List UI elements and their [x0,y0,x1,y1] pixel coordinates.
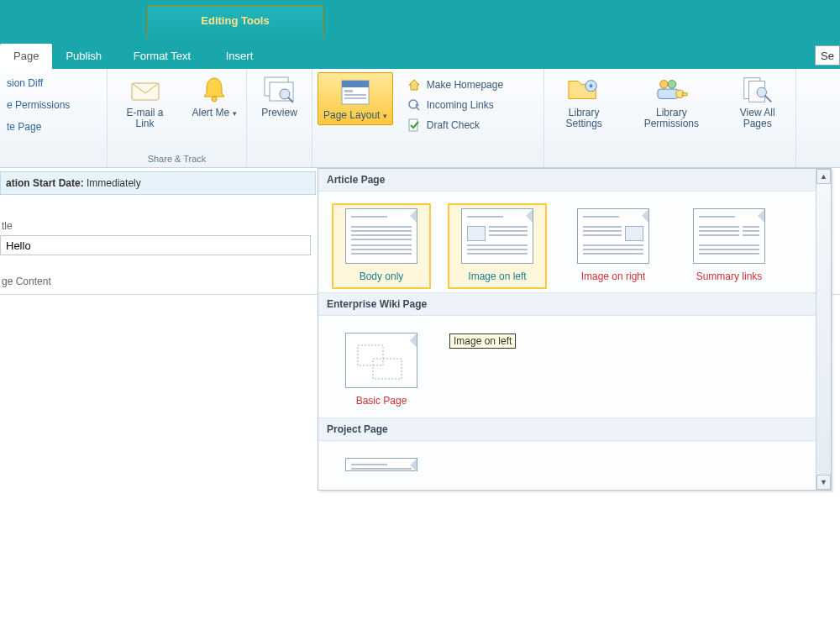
gallery-category-enterprise-wiki: Enterprise Wiki Page [318,292,831,316]
svg-rect-10 [344,97,366,99]
ribbon: sion Diff e Permissions te Page E-mail a… [0,69,840,168]
thumb-image-right-icon [577,208,649,264]
svg-line-12 [416,107,419,110]
draft-check-icon [407,118,422,133]
svg-rect-7 [342,81,369,87]
ribbon-item-delete-page[interactable]: te Page [2,116,108,138]
layout-body-only-label: Body only [360,270,404,282]
alert-me-label: Alert Me ▾ [192,108,236,118]
layout-basic-page-label: Basic Page [356,395,407,407]
svg-rect-20 [683,93,688,96]
svg-point-15 [590,84,593,87]
schedule-status-label: ation Start Date: [6,177,84,189]
scroll-up-arrow-icon[interactable]: ▲ [816,169,831,184]
ribbon-item-version-diff[interactable]: sion Diff [2,72,108,94]
svg-point-1 [212,97,217,102]
gallery-category-project-page: Project Page [318,418,831,441]
incoming-links-icon [407,97,422,113]
preview-label: Preview [261,108,297,118]
library-settings-button[interactable]: Library Settings [549,72,618,131]
draft-check-label: Draft Check [427,119,480,131]
layout-summary-links-label: Summary links [696,270,763,282]
incoming-links-button[interactable]: Incoming Links [407,97,503,113]
layout-body-only[interactable]: Body only [332,203,431,289]
view-all-pages-button[interactable]: View All Pages [724,72,790,131]
users-key-icon [654,74,688,106]
library-settings-label: Library Settings [553,108,615,129]
svg-rect-18 [658,89,679,98]
preview-icon [263,74,297,106]
gallery-scrollbar[interactable]: ▲ ▼ [816,169,831,490]
make-homepage-button[interactable]: Make Homepage [407,77,503,92]
svg-rect-9 [344,94,366,96]
layout-image-on-right-label: Image on right [581,270,646,282]
svg-rect-26 [373,359,402,379]
chevron-down-icon: ▾ [383,112,387,120]
contextual-tab-group-label: Editing Tools [147,5,323,39]
title-input[interactable] [0,235,311,255]
library-permissions-button[interactable]: Library Permissions [628,72,714,131]
schedule-status-value: Immediately [87,177,141,189]
layout-project-page-partial[interactable] [332,453,431,478]
layout-summary-links[interactable]: Summary links [680,203,779,289]
tab-insert[interactable]: Insert [206,44,273,69]
layout-image-on-right[interactable]: Image on right [564,203,663,289]
make-homepage-label: Make Homepage [427,79,503,91]
tab-publish[interactable]: Publish [52,44,115,69]
library-permissions-label: Library Permissions [632,108,711,129]
page-layout-label: Page Layout ▾ [323,110,387,121]
svg-rect-25 [358,345,383,365]
svg-rect-8 [344,90,353,92]
envelope-icon [129,74,162,106]
email-link-button[interactable]: E-mail a Link [113,72,177,131]
gallery-category-article-page: Article Page [318,169,831,192]
thumb-project-partial-icon [345,458,417,471]
incoming-links-label: Incoming Links [427,99,494,111]
svg-point-16 [660,81,669,89]
layout-image-on-left[interactable]: Image on left [448,203,547,289]
thumb-image-left-icon [461,208,533,264]
tab-row: Page Publish Format Text Insert [0,44,840,69]
scroll-down-arrow-icon[interactable]: ▼ [816,475,831,490]
ribbon-group-share-track: Share & Track [148,154,207,165]
preview-button[interactable]: Preview [253,72,307,120]
layout-image-on-left-label: Image on left [468,270,526,282]
scroll-track[interactable] [816,184,831,475]
svg-line-24 [764,96,771,102]
tab-page[interactable]: Page [0,44,52,69]
home-icon [407,77,422,92]
thumb-body-only-icon [345,208,417,264]
svg-point-17 [669,81,677,89]
page-actions-list: Make Homepage Incoming Links Draft Check [403,72,508,136]
tab-banner: Editing Tools Page Publish Format Text I… [0,0,840,69]
draft-check-button[interactable]: Draft Check [407,118,503,133]
chevron-down-icon: ▾ [233,109,237,118]
schedule-status-bar: ation Start Date: Immediately [0,171,316,195]
page-layout-icon [339,76,372,108]
alert-me-button[interactable]: Alert Me ▾ [187,72,241,120]
ribbon-item-page-permissions[interactable]: e Permissions [2,94,108,116]
thumb-summary-links-icon [693,208,765,264]
bell-icon [197,74,231,106]
search-input[interactable]: Se [815,45,840,66]
page-layout-button[interactable]: Page Layout ▾ [318,72,393,125]
tab-format-text[interactable]: Format Text [118,44,206,69]
layout-basic-page[interactable]: Basic Page [332,328,431,413]
folder-gear-icon [567,74,601,106]
view-all-pages-label: View All Pages [727,108,787,129]
email-link-label: E-mail a Link [116,108,174,129]
tooltip-image-on-left: Image on left [449,334,516,349]
pages-magnifier-icon [741,74,774,106]
thumb-basic-page-icon [345,333,417,388]
page-layout-gallery: Article Page Body only Image on left [318,168,832,491]
